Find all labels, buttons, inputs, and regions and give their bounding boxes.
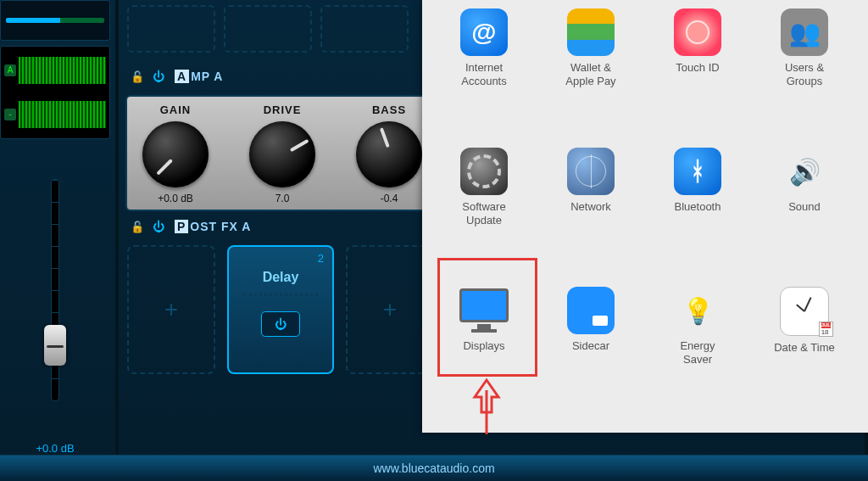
- knob-drive: DRIVE7.0: [249, 103, 315, 204]
- knob-gain: GAIN+0.0 dB: [142, 103, 209, 204]
- network-icon: [567, 148, 615, 195]
- pref-bluetooth[interactable]: Bluetooth: [648, 148, 748, 275]
- bluetooth-icon: [674, 148, 721, 195]
- knob-value: -0.4: [381, 193, 398, 204]
- output-fader[interactable]: [0, 144, 110, 435]
- pedal-name: Delay: [263, 270, 299, 285]
- fader-readout: +0.0 dB: [0, 442, 110, 455]
- energy-saver-icon: [674, 287, 721, 334]
- left-column: A - +0.0 dB: [0, 0, 115, 455]
- plugin-footer: www.bluecataudio.com: [0, 455, 868, 481]
- pref-sidecar[interactable]: Sidecar: [541, 287, 641, 414]
- internet-accounts-icon: [460, 8, 508, 56]
- pedal-power-button[interactable]: [261, 311, 300, 337]
- power-icon[interactable]: [153, 70, 166, 83]
- pref-label: Internet Accounts: [461, 61, 506, 89]
- pref-label: Sidecar: [572, 339, 609, 353]
- lock-icon[interactable]: [131, 220, 144, 233]
- pref-users-groups[interactable]: Users & Groups: [754, 8, 854, 136]
- pref-label: Displays: [463, 339, 504, 353]
- mini-meter: [0, 0, 110, 41]
- software-update-icon: [460, 148, 508, 195]
- pref-label: Bluetooth: [675, 200, 721, 214]
- knob-bass: BASS-0.4: [356, 103, 422, 204]
- empty-pedal-slot[interactable]: +: [346, 245, 434, 374]
- system-preferences-window: Internet AccountsWallet & Apple PayTouch…: [422, 0, 868, 433]
- empty-slot[interactable]: [320, 5, 409, 53]
- amp-title: AMP A: [175, 70, 223, 83]
- postfx-title: POST FX A: [175, 220, 251, 233]
- touch-id-icon: [674, 8, 721, 56]
- pref-internet-accounts[interactable]: Internet Accounts: [434, 8, 534, 136]
- fader-cap[interactable]: [44, 325, 66, 366]
- pref-label: Sound: [788, 200, 821, 214]
- waveform-box: A -: [0, 46, 110, 139]
- users-groups-icon: [781, 8, 828, 56]
- pref-software-update[interactable]: Software Update: [434, 148, 534, 275]
- knob-label: BASS: [372, 103, 406, 116]
- channel-minus-label: -: [4, 109, 16, 120]
- sound-icon: [781, 148, 828, 195]
- delay-pedal[interactable]: 2 Delay: [227, 245, 334, 374]
- pref-energy-saver[interactable]: Energy Saver: [648, 287, 748, 414]
- prefs-grid: Internet AccountsWallet & Apple PayTouch…: [434, 8, 868, 414]
- pref-touch-id[interactable]: Touch ID: [648, 8, 748, 136]
- date-time-icon: JUL18: [780, 287, 829, 336]
- knob-dial[interactable]: [142, 121, 209, 187]
- pref-date-time[interactable]: JUL18Date & Time: [754, 287, 854, 414]
- sidecar-icon: [567, 287, 615, 334]
- empty-slot[interactable]: [127, 5, 215, 53]
- knob-value: 7.0: [275, 193, 290, 204]
- annotation-arrow-icon: [470, 375, 504, 434]
- lock-icon[interactable]: [131, 70, 144, 83]
- pref-label: Energy Saver: [680, 339, 715, 367]
- pref-sound[interactable]: Sound: [754, 148, 854, 275]
- footer-url[interactable]: www.bluecataudio.com: [373, 461, 494, 475]
- pref-label: Touch ID: [676, 61, 719, 75]
- pref-label: Network: [570, 200, 611, 214]
- knob-label: DRIVE: [264, 103, 302, 116]
- power-icon[interactable]: [153, 220, 166, 233]
- knob-value: +0.0 dB: [158, 193, 193, 204]
- displays-icon: [460, 287, 508, 334]
- channel-a-label: A: [4, 64, 16, 76]
- pref-label: Wallet & Apple Pay: [565, 61, 615, 89]
- empty-slot[interactable]: [224, 5, 312, 53]
- empty-pedal-slot[interactable]: +: [127, 245, 215, 374]
- pedal-index: 2: [318, 252, 327, 265]
- pref-wallet[interactable]: Wallet & Apple Pay: [541, 8, 641, 136]
- wallet-icon: [567, 8, 615, 56]
- pref-label: Software Update: [462, 200, 505, 228]
- knob-dial[interactable]: [249, 121, 315, 187]
- knob-label: GAIN: [160, 103, 192, 116]
- pref-label: Users & Groups: [785, 61, 824, 89]
- pref-label: Date & Time: [774, 341, 835, 355]
- knob-dial[interactable]: [356, 121, 422, 187]
- pref-network[interactable]: Network: [541, 148, 641, 275]
